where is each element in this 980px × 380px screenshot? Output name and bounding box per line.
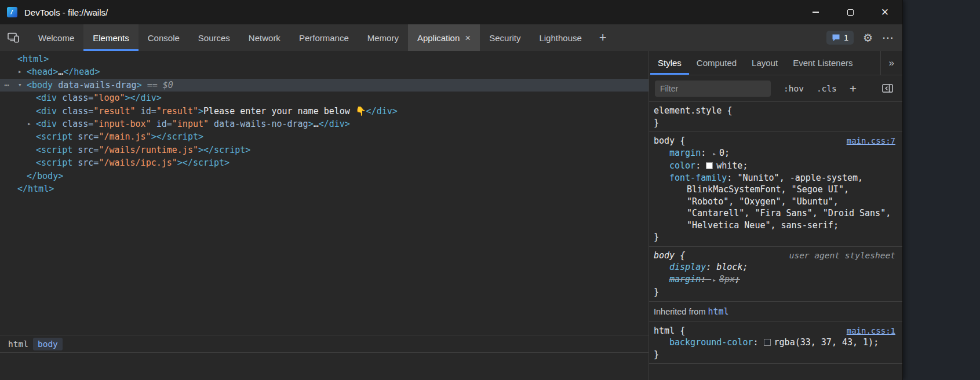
more-menu-icon[interactable]: ⋯ xyxy=(882,32,894,43)
tab-elements[interactable]: Elements xyxy=(83,24,139,51)
expand-longhand-icon[interactable]: ▸ xyxy=(712,275,716,287)
pseudo-state-toggle[interactable]: :hov xyxy=(784,84,804,93)
code-token: "result" xyxy=(156,106,198,116)
css-declaration[interactable]: color: white; xyxy=(654,160,895,172)
tab-label: Lighthouse xyxy=(539,33,581,43)
add-tab-button[interactable]: + xyxy=(591,24,615,51)
css-colon: : xyxy=(701,274,711,284)
tab-sources[interactable]: Sources xyxy=(189,24,239,51)
tab-performance[interactable]: Performance xyxy=(290,24,358,51)
css-semicolon: ; xyxy=(735,274,740,284)
dom-tree-node[interactable]: ▸<head>…</head> xyxy=(0,65,649,78)
sidebar-tab-label: Event Listeners xyxy=(793,58,853,68)
rule-selector-line: html {main.css:1 xyxy=(654,325,895,337)
stylesheet-link[interactable]: main.css:1 xyxy=(847,325,895,337)
tab-close-icon[interactable]: × xyxy=(465,33,471,43)
rule-selector[interactable]: html { xyxy=(654,325,685,337)
code-token: <script xyxy=(36,145,72,155)
settings-gear-icon[interactable]: ⚙ xyxy=(863,32,873,43)
tab-welcome[interactable]: Welcome xyxy=(29,24,83,51)
dom-tree-node[interactable]: <div class="result" id="result">Please e… xyxy=(0,105,649,118)
code-token: "input" xyxy=(172,119,209,129)
close-button[interactable]: × xyxy=(868,0,902,24)
stylesheet-link[interactable]: main.css:7 xyxy=(847,135,895,147)
code-token: "/main.js" xyxy=(99,131,151,142)
computed-pane-toggle-icon[interactable] xyxy=(882,84,897,93)
code-token: <body xyxy=(27,80,53,90)
code-token: src= xyxy=(72,158,99,168)
code-token: <div xyxy=(36,119,57,129)
maximize-button[interactable] xyxy=(833,0,868,24)
sidebar-tab-computed[interactable]: Computed xyxy=(689,51,744,75)
inherited-from-label: Inherited from xyxy=(654,307,708,316)
tab-network[interactable]: Network xyxy=(239,24,290,51)
sidebar-tabs-overflow-icon[interactable]: » xyxy=(880,51,902,75)
dom-tree-node[interactable]: </html> xyxy=(0,182,649,195)
breadcrumb-item-html[interactable]: html xyxy=(3,338,33,350)
dom-tree-node[interactable]: <script src="/wails/runtime.js"></script… xyxy=(0,144,649,156)
color-swatch[interactable] xyxy=(706,162,713,169)
titlebar[interactable]: DevTools - file://wails/ × xyxy=(0,0,902,24)
dom-tree-node[interactable]: ▸<div class="input-box" id="input" data-… xyxy=(0,118,649,130)
sidebar-tab-event-listeners[interactable]: Event Listeners xyxy=(785,51,860,75)
dom-tree-node[interactable]: <script src="/main.js"></script> xyxy=(0,130,649,143)
rule-selector[interactable]: element.style { xyxy=(654,105,732,117)
css-declaration[interactable]: display: block; xyxy=(654,261,895,273)
css-property-value: 8px xyxy=(719,274,735,284)
dom-tree-node[interactable]: <script src="/wails/ipc.js"></script> xyxy=(0,156,649,169)
code-token: <script xyxy=(36,158,72,168)
sidebar-tabs: StylesComputedLayoutEvent Listeners xyxy=(650,51,861,75)
code-token: "result" xyxy=(93,106,135,116)
code-token: src= xyxy=(72,145,99,155)
inherited-from-bar: Inherited from html xyxy=(649,302,902,322)
css-property-name: display xyxy=(669,262,706,272)
device-toolbar-toggle[interactable] xyxy=(0,24,27,51)
sidebar-tab-styles[interactable]: Styles xyxy=(650,51,689,75)
css-colon: : xyxy=(701,148,711,158)
tab-label: Memory xyxy=(367,33,399,43)
css-property-name: margin xyxy=(669,148,701,158)
dom-tree-node[interactable]: <div class="logo"></div> xyxy=(0,92,649,104)
breadcrumb-item-body[interactable]: body xyxy=(33,338,63,350)
tab-application[interactable]: Application× xyxy=(408,24,480,51)
new-style-rule-button[interactable]: + xyxy=(850,82,857,96)
css-declaration[interactable]: margin: ▸8px; xyxy=(654,273,895,287)
rule-selector[interactable]: body { xyxy=(654,135,685,147)
rule-selector[interactable]: body { xyxy=(654,250,685,262)
styles-filter-input[interactable] xyxy=(655,81,771,97)
code-token: <script xyxy=(36,131,72,142)
expand-arrow-icon[interactable]: ▾ xyxy=(18,79,22,92)
sidebar-tab-layout[interactable]: Layout xyxy=(744,51,785,75)
tab-memory[interactable]: Memory xyxy=(358,24,408,51)
css-semicolon: ; xyxy=(742,160,748,171)
code-token: ></script> xyxy=(198,145,250,155)
class-toggle[interactable]: .cls xyxy=(817,84,837,93)
css-declaration[interactable]: font-family: "Nunito", -apple-system, Bl… xyxy=(654,172,895,232)
code-token: </div> xyxy=(366,106,398,116)
inherited-target-link[interactable]: html xyxy=(708,306,729,317)
tab-console[interactable]: Console xyxy=(139,24,189,51)
dom-tree-node[interactable]: </body> xyxy=(0,170,649,182)
code-token: > xyxy=(198,106,203,116)
device-toolbar-icon xyxy=(8,32,19,43)
color-swatch[interactable] xyxy=(764,339,771,346)
minimize-button[interactable] xyxy=(798,0,833,24)
main-tabs: WelcomeElementsConsoleSourcesNetworkPerf… xyxy=(29,24,591,51)
code-token: class= xyxy=(57,119,93,129)
tab-lighthouse[interactable]: Lighthouse xyxy=(530,24,591,51)
dom-tree: <html>▸<head>…</head>⋯▾<body data-wails-… xyxy=(0,51,649,335)
issues-button[interactable]: 1 xyxy=(826,31,854,45)
expand-arrow-icon[interactable]: ▸ xyxy=(18,65,22,78)
expand-longhand-icon[interactable]: ▸ xyxy=(712,148,716,160)
window-title: DevTools - file://wails/ xyxy=(24,8,108,17)
dom-tree-node[interactable]: <html> xyxy=(0,53,649,65)
dom-tree-node[interactable]: ⋯▾<body data-wails-drag> == $0 xyxy=(0,79,649,92)
rule-close-brace: } xyxy=(654,117,895,129)
css-declaration[interactable]: background-color: rgba(33, 37, 43, 1); xyxy=(654,337,895,349)
css-property-value: rgba(33, 37, 43, 1) xyxy=(774,337,874,348)
expand-arrow-icon[interactable]: ▸ xyxy=(27,118,31,130)
node-menu-icon[interactable]: ⋯ xyxy=(4,79,10,92)
css-declaration[interactable]: margin: ▸0; xyxy=(654,147,895,160)
tab-security[interactable]: Security xyxy=(480,24,530,51)
tab-label: Security xyxy=(489,33,520,43)
